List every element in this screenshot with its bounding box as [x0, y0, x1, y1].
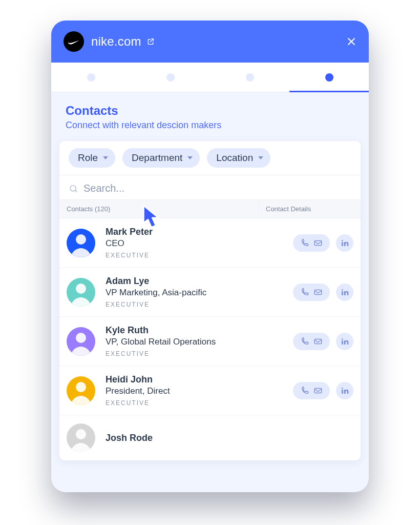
svg-rect-2 [314, 240, 322, 245]
svg-point-9 [76, 333, 86, 343]
phone-email-button[interactable] [293, 382, 330, 399]
phone-icon [300, 288, 309, 297]
svg-rect-6 [314, 290, 322, 294]
filter-location[interactable]: Location [207, 148, 270, 168]
svg-point-1 [76, 234, 86, 245]
svg-point-17 [76, 429, 86, 439]
linkedin-icon [341, 337, 349, 346]
svg-point-16 [342, 388, 343, 389]
contact-info: Josh Rode [106, 433, 353, 443]
contact-title: VP, Global Retail Operations [106, 337, 261, 347]
active-tab-underline [289, 91, 369, 92]
linkedin-icon [341, 239, 349, 247]
contact-info: Kyle Ruth VP, Global Retail Operations E… [106, 325, 261, 357]
linkedin-icon [341, 387, 349, 395]
search-row [59, 175, 361, 199]
column-contact-details: Contact Details [258, 200, 361, 218]
contact-name: Kyle Ruth [106, 325, 261, 336]
contact-name: Adam Lye [106, 276, 261, 287]
mail-icon [313, 238, 323, 248]
svg-rect-3 [342, 242, 343, 246]
chevron-down-icon [258, 156, 263, 159]
linkedin-button[interactable] [336, 234, 353, 252]
domain-label: nike.com [91, 34, 141, 49]
contact-tag: EXECUTIVE [106, 350, 261, 357]
contact-row[interactable]: Adam Lye VP Marketing, Asia-pacific EXEC… [59, 268, 361, 317]
svg-point-5 [76, 284, 86, 294]
contact-actions [261, 382, 353, 399]
search-input[interactable] [83, 183, 351, 194]
contact-tag: EXECUTIVE [106, 399, 261, 407]
mail-icon [313, 386, 323, 395]
avatar [67, 376, 95, 405]
contact-name: Josh Rode [106, 433, 353, 443]
contact-name: Mark Peter [106, 227, 261, 237]
svg-rect-14 [314, 388, 322, 393]
close-button[interactable] [346, 36, 356, 47]
nike-swoosh-icon [67, 35, 80, 48]
filter-role[interactable]: Role [69, 148, 115, 168]
contact-row[interactable]: Mark Peter CEO EXECUTIVE [59, 218, 361, 268]
svg-rect-7 [342, 291, 343, 295]
tab-dot-3[interactable] [246, 73, 254, 82]
avatar [67, 327, 95, 356]
avatar [67, 229, 95, 257]
phone-email-button[interactable] [293, 234, 330, 252]
mail-icon [313, 288, 323, 297]
column-contacts: Contacts (120) [59, 200, 258, 218]
contact-list: Mark Peter CEO EXECUTIVE [59, 218, 361, 460]
linkedin-icon [341, 288, 349, 296]
svg-point-13 [76, 382, 86, 392]
contacts-panel: nike.com Contacts Connect with relevant … [51, 21, 369, 492]
linkedin-button[interactable] [336, 284, 353, 301]
section-header: Contacts Connect with relevant descion m… [51, 92, 369, 138]
phone-email-button[interactable] [293, 333, 330, 350]
mail-icon [313, 337, 323, 346]
contact-actions [261, 234, 353, 252]
contact-info: Heidi John President, Direct EXECUTIVE [106, 374, 261, 407]
chevron-down-icon [187, 156, 193, 159]
table-header: Contacts (120) Contact Details [59, 199, 361, 218]
search-icon [69, 184, 78, 194]
contact-actions [261, 333, 353, 350]
filter-label: Department [132, 152, 182, 164]
section-subtitle: Connect with relevant descion makers [66, 120, 354, 131]
contact-name: Heidi John [106, 374, 261, 385]
filter-label: Location [216, 152, 253, 164]
svg-point-4 [342, 240, 343, 241]
brand-logo [64, 31, 84, 52]
contact-row[interactable]: Kyle Ruth VP, Global Retail Operations E… [59, 317, 361, 366]
contact-info: Mark Peter CEO EXECUTIVE [106, 227, 261, 259]
tab-dot-4[interactable] [325, 73, 333, 82]
filter-row: Role Department Location [59, 141, 361, 175]
avatar [67, 278, 95, 307]
contact-tag: EXECUTIVE [106, 301, 261, 308]
svg-rect-15 [342, 390, 343, 394]
chevron-down-icon [103, 156, 108, 159]
external-link-icon[interactable] [146, 37, 155, 46]
svg-point-12 [342, 338, 343, 340]
phone-email-button[interactable] [293, 284, 330, 301]
linkedin-button[interactable] [336, 382, 353, 399]
svg-rect-10 [314, 339, 322, 344]
contact-tag: EXECUTIVE [106, 252, 261, 259]
phone-icon [300, 238, 309, 248]
contact-actions [261, 284, 353, 301]
tab-dot-1[interactable] [87, 73, 95, 82]
tab-bar [51, 63, 369, 92]
section-title: Contacts [66, 104, 354, 118]
avatar [67, 423, 95, 452]
contact-title: CEO [106, 238, 261, 249]
contact-row[interactable]: Josh Rode [59, 415, 361, 460]
phone-icon [300, 386, 309, 395]
linkedin-button[interactable] [336, 333, 353, 350]
tab-dot-2[interactable] [166, 73, 175, 82]
phone-icon [300, 337, 309, 346]
svg-rect-11 [342, 340, 343, 345]
contact-info: Adam Lye VP Marketing, Asia-pacific EXEC… [106, 276, 261, 308]
panel-header: nike.com [51, 21, 369, 63]
svg-point-8 [342, 289, 343, 291]
filter-department[interactable]: Department [122, 148, 200, 168]
contacts-card: Role Department Location Contact [59, 141, 361, 460]
contact-row[interactable]: Heidi John President, Direct EXECUTIVE [59, 366, 361, 415]
